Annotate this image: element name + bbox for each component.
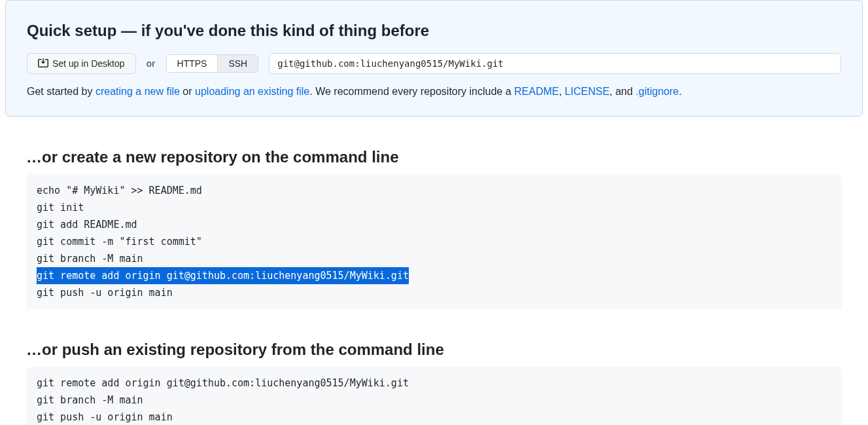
helper-comma: ,	[559, 86, 564, 97]
quick-setup-helper: Get started by creating a new file or up…	[27, 86, 841, 98]
code-line: git commit -m "first commit"	[37, 233, 831, 250]
code-line: git remote add origin git@github.com:liu…	[37, 375, 831, 392]
upload-file-link[interactable]: uploading an existing file	[195, 86, 309, 97]
helper-prefix: Get started by	[27, 86, 95, 97]
setup-desktop-label: Set up in Desktop	[52, 57, 125, 70]
repo-url-input[interactable]	[269, 53, 841, 74]
code-line: echo "# MyWiki" >> README.md	[37, 182, 831, 199]
create-repo-code[interactable]: echo "# MyWiki" >> README.mdgit initgit …	[26, 174, 842, 309]
code-line-highlighted: git remote add origin git@github.com:liu…	[37, 267, 409, 284]
code-line: git push -u origin main	[37, 409, 831, 425]
desktop-download-icon	[38, 58, 48, 69]
push-repo-title: …or push an existing repository from the…	[26, 341, 842, 359]
code-line: git init	[37, 199, 831, 216]
license-link[interactable]: LICENSE	[564, 86, 609, 97]
code-line: git add README.md	[37, 216, 831, 233]
protocol-toggle: HTTPS SSH	[166, 54, 259, 73]
readme-link[interactable]: README	[514, 86, 559, 97]
push-repo-section: …or push an existing repository from the…	[0, 341, 868, 425]
code-line: git push -u origin main	[37, 284, 831, 301]
setup-desktop-button[interactable]: Set up in Desktop	[27, 53, 136, 74]
https-toggle[interactable]: HTTPS	[167, 55, 218, 72]
setup-controls-row: Set up in Desktop or HTTPS SSH	[27, 53, 841, 74]
create-repo-title: …or create a new repository on the comma…	[26, 148, 842, 166]
or-separator: or	[147, 58, 156, 69]
create-repo-section: …or create a new repository on the comma…	[0, 148, 868, 309]
quick-setup-panel: Quick setup — if you've done this kind o…	[5, 0, 863, 117]
helper-and: , and	[610, 86, 636, 97]
code-line: git branch -M main	[37, 392, 831, 409]
gitignore-link[interactable]: .gitignore	[636, 86, 679, 97]
helper-middle: . We recommend every repository include …	[309, 86, 514, 97]
helper-period: .	[679, 86, 682, 97]
ssh-toggle[interactable]: SSH	[217, 55, 258, 72]
quick-setup-title: Quick setup — if you've done this kind o…	[27, 22, 841, 40]
create-file-link[interactable]: creating a new file	[95, 86, 180, 97]
push-repo-code[interactable]: git remote add origin git@github.com:liu…	[26, 367, 842, 425]
code-line: git branch -M main	[37, 250, 831, 267]
helper-or: or	[180, 86, 195, 97]
